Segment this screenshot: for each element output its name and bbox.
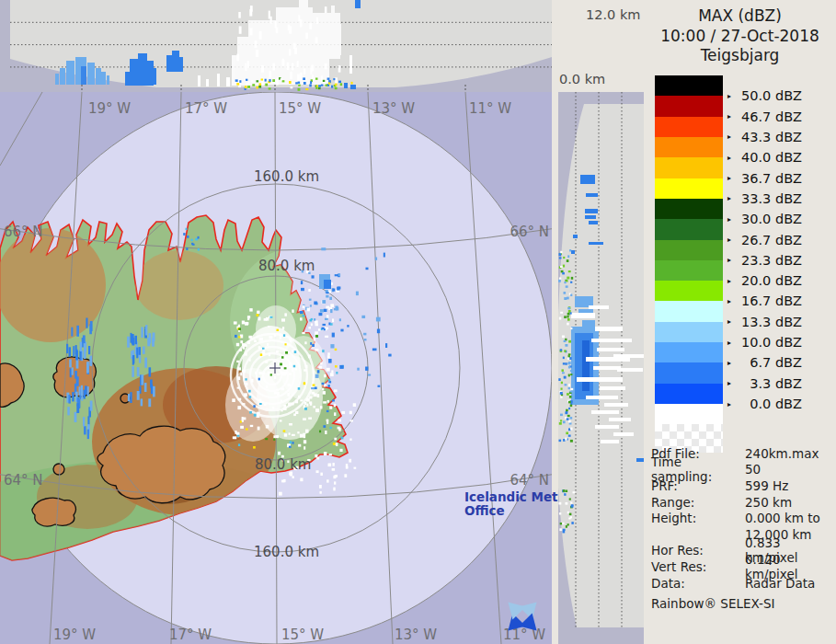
scale-row: ▸20.0 dBZ [655, 260, 830, 281]
scale-swatch [655, 301, 723, 321]
scale-row: ▸6.7 dBZ [655, 342, 830, 362]
info-label: Height: [651, 511, 745, 525]
info-value: Radar Data [745, 576, 833, 591]
station-name: Teigsbjarg [644, 46, 836, 66]
scale-swatch [655, 362, 723, 383]
info-row: Range:250 km [651, 494, 833, 511]
scale-row: ▸33.3 dBZ [655, 178, 830, 199]
lon-label-top: 11° W [469, 100, 511, 117]
scale-swatch [655, 96, 723, 116]
right-echo-dark-core [582, 340, 590, 391]
scale-row: ▸3.3 dBZ [655, 362, 830, 383]
dbz-color-scale: ▸50.0 dBZ ▸46.7 dBZ ▸43.3 dBZ ▸40.0 dBZ … [655, 75, 830, 453]
scale-swatch [655, 75, 723, 96]
product-datetime: 10:00 / 27-Oct-2018 [644, 27, 836, 47]
ring-label-160-bottom: 160.0 km [254, 544, 319, 560]
scale-row: ▸16.7 dBZ [655, 281, 830, 301]
imo-logo: Icelandic Met Office [464, 490, 566, 518]
radar-product-screen: { "header": { "title": "MAX (dBZ)", "dat… [0, 0, 836, 644]
scale-row: ▸13.3 dBZ [655, 301, 830, 321]
scale-row: ▸36.7 dBZ [655, 157, 830, 178]
info-value: 0.000 km to [745, 511, 833, 525]
imo-logo-text-line1: Icelandic Met [464, 490, 566, 504]
lon-label-top: 15° W [279, 100, 321, 117]
scale-row: ▸0.0 dBZ [655, 384, 830, 404]
scale-row: ▸43.3 dBZ [655, 117, 830, 137]
scale-swatch [655, 178, 723, 199]
lat-label-left: 66° N [4, 224, 43, 240]
lat-label-left: 64° N [4, 472, 43, 489]
scale-row: ▸46.7 dBZ [655, 96, 830, 116]
lat-label-right: 66° N [510, 224, 549, 240]
ring-label-80-bottom: 80.0 km [255, 456, 311, 473]
scale-swatch [655, 281, 723, 301]
info-row: Height:0.000 km to [651, 510, 833, 526]
scale-label: 0.0 dBZ [734, 397, 802, 411]
info-label: Data: [651, 576, 745, 591]
scale-row: ▸30.0 dBZ [655, 199, 830, 219]
info-row: Data:Radar Data [651, 575, 833, 592]
scale-swatch [655, 117, 723, 137]
scale-swatch [655, 240, 723, 260]
scale-swatch [655, 342, 723, 362]
lon-label-top: 13° W [372, 100, 415, 117]
info-row: Time sampling:50 [651, 462, 833, 478]
imo-pinwheel-icon [499, 593, 545, 639]
info-row: PRF:599 Hz [651, 477, 833, 494]
scale-swatch [655, 199, 723, 219]
scale-swatch [655, 157, 723, 178]
scale-row: ▸23.3 dBZ [655, 240, 830, 260]
info-row: Vert Res:0.120 km/pixel [651, 558, 833, 575]
info-label: PRF: [651, 478, 745, 493]
lon-label-bottom: 19° W [53, 627, 96, 643]
scale-band-below-zero [655, 404, 723, 424]
scale-swatch [655, 219, 723, 239]
lat-label-right: 64° N [510, 472, 549, 489]
info-label: Vert Res: [651, 559, 745, 574]
scale-row: ▸40.0 dBZ [655, 137, 830, 157]
top-echo-blue-bit [81, 66, 86, 85]
scale-swatch [655, 137, 723, 157]
info-value: 250 km [745, 495, 833, 510]
info-value: 50 [745, 462, 833, 477]
info-label: Range: [651, 495, 745, 510]
info-value: 240km.max [745, 446, 833, 461]
scale-row: ▸26.7 dBZ [655, 219, 830, 239]
info-value: 599 Hz [745, 478, 833, 493]
side-axis-top-label: 12.0 km [586, 7, 640, 22]
echo-ne-patch-core [324, 280, 331, 289]
top-profile-panel [0, 0, 552, 92]
scale-swatch [655, 260, 723, 281]
product-title: MAX (dBZ) [644, 6, 836, 27]
scale-row: ▸10.0 dBZ [655, 322, 830, 342]
side-axis-bottom-label: 0.0 km [559, 72, 605, 86]
ring-label-160-top: 160.0 km [254, 168, 319, 185]
scale-swatch [655, 384, 723, 404]
lon-label-bottom: 17° W [169, 627, 212, 643]
scale-row: ▸50.0 dBZ [655, 75, 830, 96]
lon-label-top: 19° W [88, 100, 131, 117]
ring-label-80-top: 80.0 km [258, 258, 315, 274]
software-branding: Rainbow® SELEX-SI [651, 595, 833, 612]
scale-swatch [655, 322, 723, 342]
imo-logo-text-line2: Office [464, 504, 566, 518]
product-info-block: Pdf File:240km.max Time sampling:50 PRF:… [651, 445, 833, 612]
lon-label-bottom: 13° W [395, 627, 437, 643]
right-profile-panel [558, 92, 644, 644]
legend-panel: MAX (dBZ) 10:00 / 27-Oct-2018 Teigsbjarg… [644, 0, 836, 644]
lon-label-top: 17° W [185, 100, 227, 117]
info-label: Hor Res: [651, 543, 745, 558]
level-marker-icon: ▸ [727, 400, 731, 408]
radar-map-canvas: 19° W 17° W 15° W 13° W 11° W 19° W 17° … [0, 92, 552, 644]
lon-label-bottom: 15° W [281, 627, 324, 643]
